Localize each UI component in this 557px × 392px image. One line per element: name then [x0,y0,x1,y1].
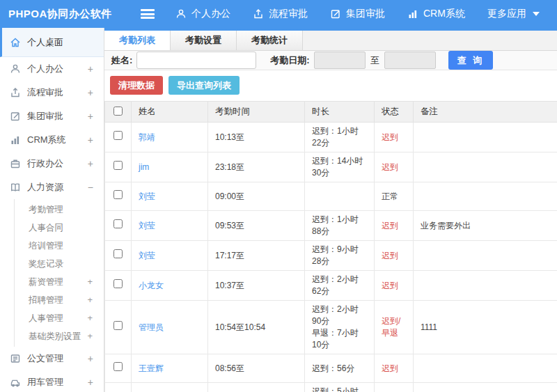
topnav-group-approval[interactable]: 集团审批 [330,8,385,20]
subitem-label: 基础类别设置 [29,331,81,341]
sidebar-item-human-resources[interactable]: 人力资源 − [0,175,104,199]
employee-name-link[interactable]: 刘莹 [139,221,155,230]
expand-plus-icon[interactable]: + [88,134,93,146]
attendance-time: 13:20至13:20 [208,383,305,392]
employee-name-link[interactable]: 管理员 [139,322,164,332]
expand-plus-icon[interactable]: + [88,87,93,98]
topnav-crm-system[interactable]: CRM系统 [407,8,465,20]
row-checkbox[interactable] [113,321,123,330]
row-checkbox[interactable] [113,131,123,140]
user-icon [10,63,21,75]
employee-name-link[interactable]: 刘莹 [139,191,155,201]
expand-plus-icon[interactable]: + [87,309,93,327]
row-checkbox[interactable] [113,161,123,170]
row-checkbox[interactable] [113,219,123,228]
col-header-note: 备注 [414,102,557,123]
topnav-more-apps[interactable]: 更多应用 [487,8,540,20]
sidebar-item-admin-office[interactable]: 行政办公 + [0,152,104,175]
note-cell [414,241,557,271]
expand-plus-icon[interactable]: + [88,377,93,388]
status-text: 迟到 [375,241,414,271]
sidebar-item-label: 流程审批 [27,86,63,99]
sidebar-subitem-base-category-settings[interactable]: 基础类别设置+ [15,327,104,345]
sidebar-subitem-recruit-mgmt[interactable]: 招聘管理+ [15,291,104,309]
top-nav: 个人办公 流程审批 集团审批 CRM系统 更多应用 [175,8,540,20]
employee-name-link[interactable]: 小龙女 [139,281,164,290]
menu-toggle-icon[interactable] [141,9,155,19]
expand-plus-icon[interactable]: + [87,273,93,291]
row-checkbox[interactable] [113,190,123,199]
sidebar-subitem-training-mgmt[interactable]: 培训管理 [15,237,104,255]
expand-plus-icon[interactable]: + [88,353,93,364]
sidebar-subitem-salary-mgmt[interactable]: 薪资管理+ [15,273,104,291]
topnav-workflow-approval[interactable]: 流程审批 [253,8,308,20]
export-list-button[interactable]: 导出查询列表 [168,76,240,95]
status-text: 迟到/早退 [375,301,414,354]
table-header-row: 姓名 考勤时间 时长 状态 备注 [105,102,557,123]
subitem-label: 人事管理 [29,313,63,323]
sidebar-item-document-mgmt[interactable]: 公文管理 + [0,347,104,370]
attendance-time: 10:54至10:54 [208,301,305,354]
select-all-checkbox[interactable] [113,107,123,116]
process-icon [10,87,21,98]
sidebar-item-label: 公文管理 [27,352,63,365]
attendance-time: 23:18至 [208,152,305,182]
sidebar-item-crm-system[interactable]: CRM系统 + [0,128,104,152]
search-button[interactable]: 查 询 [448,51,494,70]
duration-cell [305,182,375,211]
sidebar-item-personal-desktop[interactable]: 个人桌面 [0,28,104,57]
table-row: jim 23:18至 迟到：14小时30分 迟到 [105,152,557,182]
duration-cell: 迟到：9小时28分 [305,241,375,271]
note-cell: 1111 [414,301,557,354]
tab-attendance-stats[interactable]: 考勤统计 [237,31,303,50]
clean-data-button[interactable]: 清理数据 [110,76,163,95]
status-text: 迟到 [375,123,414,152]
sidebar-item-workflow-approval[interactable]: 流程审批 + [0,81,104,104]
action-bar: 清理数据 导出查询列表 [104,70,557,101]
user-icon [175,8,187,19]
status-text: 正常 [375,182,414,211]
note-cell [414,354,557,383]
process-icon [253,8,264,19]
employee-name-link[interactable]: 郭靖 [139,132,155,142]
date-from-input[interactable] [314,52,366,69]
tab-attendance-settings[interactable]: 考勤设置 [171,31,237,50]
expand-plus-icon[interactable]: + [88,63,93,75]
subitem-label: 考勤管理 [29,205,63,214]
collapse-minus-icon[interactable]: − [88,182,93,193]
employee-name-link[interactable]: jim [139,162,149,172]
sidebar-item-personal-office[interactable]: 个人办公 + [0,57,104,81]
attendance-time: 09:53至 [208,211,305,241]
topnav-label: 个人办公 [191,8,230,20]
table-row: 郭靖 10:13至 迟到：1小时22分 迟到 [105,123,557,152]
row-checkbox[interactable] [113,249,123,258]
duration-cell: 迟到：14小时30分 [305,152,375,182]
sidebar-subitem-hr-contract[interactable]: 人事合同 [15,219,104,237]
duration-cell: 迟到：5小时33分早退：4小时67分 [305,383,375,392]
sidebar-item-vehicle-mgmt[interactable]: 用车管理 + [0,370,104,392]
sidebar-item-label: 集团审批 [27,110,63,123]
sidebar-item-group-approval[interactable]: 集团审批 + [0,104,104,128]
name-input[interactable] [136,52,256,69]
employee-name-link[interactable]: 刘莹 [139,251,155,260]
sidebar-subitem-attendance-mgmt[interactable]: 考勤管理 [15,201,104,219]
row-checkbox[interactable] [113,362,123,371]
date-to-input[interactable] [384,52,436,69]
attendance-table: 姓名 考勤时间 时长 状态 备注 郭靖 10:13至 迟到：1小时22分 迟到 [104,101,557,392]
status-text: 迟到 [375,354,414,383]
expand-plus-icon[interactable]: + [87,327,93,345]
employee-name-link[interactable]: 王壹辉 [139,363,164,373]
briefcase-icon [10,158,21,169]
expand-plus-icon[interactable]: + [88,158,93,169]
note-cell [414,182,557,211]
subitem-label: 人事合同 [29,223,63,233]
row-checkbox[interactable] [113,279,123,288]
tab-attendance-list[interactable]: 考勤列表 [104,31,171,50]
expand-plus-icon[interactable]: + [87,291,93,309]
table-row: 刘莹 09:00至 正常 [105,182,557,211]
expand-plus-icon[interactable]: + [88,111,93,122]
table-row: 管理员 10:54至10:54 迟到：2小时90分早退：7小时10分 迟到/早退… [105,301,557,354]
topnav-personal-office[interactable]: 个人办公 [175,8,230,20]
sidebar-subitem-personnel-mgmt[interactable]: 人事管理+ [15,309,104,327]
sidebar-subitem-reward-punishment[interactable]: 奖惩记录 [15,255,104,273]
